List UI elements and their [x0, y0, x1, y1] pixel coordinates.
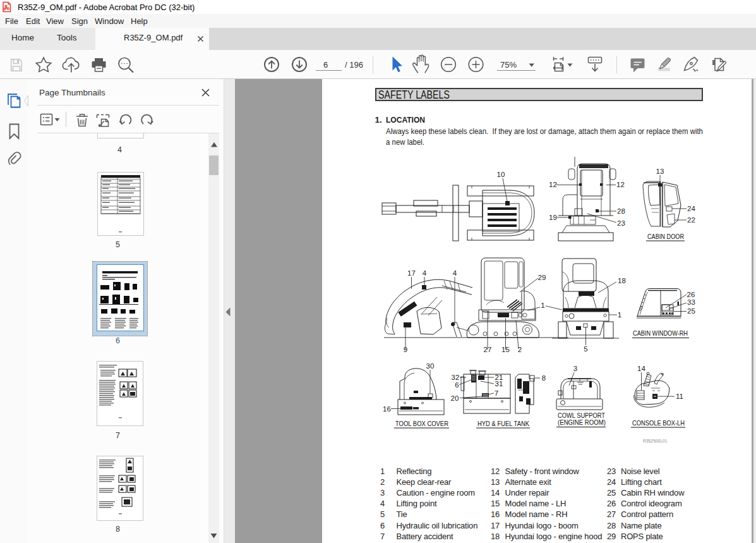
- svg-text:27: 27: [607, 509, 616, 519]
- svg-text:14: 14: [491, 488, 500, 497]
- svg-text:25: 25: [687, 307, 695, 315]
- svg-text:Safety - front window: Safety - front window: [505, 467, 580, 476]
- svg-text:30: 30: [426, 362, 435, 370]
- svg-text:R35Z90SL01: R35Z90SL01: [643, 439, 668, 443]
- svg-text:24: 24: [607, 477, 616, 487]
- svg-text:29: 29: [607, 532, 616, 541]
- svg-text:Model name - LH: Model name - LH: [505, 499, 567, 508]
- svg-text:4: 4: [380, 499, 385, 508]
- svg-text:Under repair: Under repair: [505, 488, 550, 497]
- svg-text:16: 16: [491, 509, 500, 519]
- svg-text:Keep clear-rear: Keep clear-rear: [397, 477, 452, 487]
- svg-text:Lifting chart: Lifting chart: [621, 477, 662, 487]
- svg-text:18: 18: [491, 532, 500, 541]
- svg-text:26: 26: [687, 291, 695, 298]
- svg-text:7: 7: [380, 532, 385, 541]
- svg-text:HYD & FUEL TANK: HYD & FUEL TANK: [477, 420, 529, 427]
- svg-text:CABIN WINDOW-RH: CABIN WINDOW-RH: [633, 329, 688, 337]
- svg-text:13: 13: [656, 168, 664, 175]
- svg-text:32: 32: [452, 374, 460, 381]
- svg-text:(ENGINE ROOM): (ENGINE ROOM): [558, 418, 606, 426]
- svg-text:Reflecting: Reflecting: [397, 467, 432, 476]
- svg-text:LOCATION: LOCATION: [386, 115, 425, 125]
- svg-text:16: 16: [383, 405, 391, 413]
- svg-text:18: 18: [618, 277, 626, 284]
- svg-text:19: 19: [549, 214, 557, 221]
- svg-text:TOOL BOX COVER: TOOL BOX COVER: [395, 420, 448, 427]
- svg-text:Hydraulic oil lubrication: Hydraulic oil lubrication: [397, 521, 478, 530]
- svg-text:Control ideogram: Control ideogram: [621, 499, 682, 508]
- svg-text:23: 23: [617, 219, 625, 227]
- svg-text:17: 17: [407, 269, 416, 277]
- svg-text:8: 8: [542, 374, 546, 382]
- svg-text:17: 17: [491, 521, 500, 530]
- svg-text:28: 28: [617, 207, 625, 215]
- svg-text:13: 13: [491, 477, 500, 487]
- svg-text:6: 6: [380, 521, 385, 530]
- svg-text:11: 11: [676, 393, 683, 400]
- svg-text:14: 14: [637, 365, 645, 372]
- svg-text:12: 12: [491, 467, 500, 476]
- svg-text:4: 4: [453, 269, 457, 277]
- svg-text:Hyundai logo - boom: Hyundai logo - boom: [505, 521, 579, 530]
- svg-text:22: 22: [687, 216, 695, 224]
- svg-text:29: 29: [538, 274, 546, 281]
- svg-text:31: 31: [495, 380, 503, 387]
- svg-text:1: 1: [541, 302, 544, 309]
- svg-text:Noise level: Noise level: [621, 467, 660, 476]
- svg-text:26: 26: [607, 499, 616, 508]
- svg-text:12: 12: [616, 181, 625, 188]
- svg-text:Tie: Tie: [397, 509, 407, 519]
- svg-text:2: 2: [380, 477, 385, 487]
- svg-text:12: 12: [549, 181, 557, 188]
- svg-text:23: 23: [607, 467, 616, 476]
- svg-text:24: 24: [687, 205, 695, 212]
- svg-text:Cabin RH window: Cabin RH window: [621, 488, 685, 497]
- svg-text:5: 5: [584, 345, 587, 353]
- svg-text:7: 7: [495, 389, 498, 397]
- svg-text:Hyundai logo - engine hood: Hyundai logo - engine hood: [505, 532, 603, 541]
- svg-text:3: 3: [380, 488, 385, 497]
- svg-text:Always keep these labels clean: Always keep these labels clean. If they …: [386, 126, 703, 136]
- svg-text:Lifting point: Lifting point: [397, 499, 437, 508]
- svg-text:ROPS plate: ROPS plate: [621, 532, 663, 541]
- svg-text:Alternate exit: Alternate exit: [505, 477, 552, 487]
- svg-text:5: 5: [380, 509, 385, 519]
- svg-text:SAFETY LABELS: SAFETY LABELS: [378, 88, 450, 101]
- svg-text:20: 20: [451, 394, 459, 402]
- svg-text:25: 25: [607, 488, 616, 497]
- svg-text:3: 3: [573, 365, 577, 372]
- svg-text:Battery accident: Battery accident: [397, 532, 454, 541]
- svg-text:Model name - RH: Model name - RH: [505, 509, 568, 519]
- svg-text:a new label.: a new label.: [386, 137, 424, 147]
- svg-text:4: 4: [423, 269, 427, 277]
- svg-text:Name plate: Name plate: [621, 521, 661, 530]
- svg-text:Control pattern: Control pattern: [621, 509, 673, 519]
- svg-text:28: 28: [607, 521, 616, 530]
- svg-text:CABIN DOOR: CABIN DOOR: [647, 233, 684, 240]
- svg-text:1: 1: [380, 467, 385, 476]
- svg-text:10: 10: [497, 171, 505, 178]
- svg-text:33: 33: [687, 298, 695, 306]
- svg-text:6: 6: [455, 381, 459, 389]
- svg-text:1.: 1.: [375, 115, 382, 125]
- svg-text:CONSOLE BOX-LH: CONSOLE BOX-LH: [632, 419, 685, 427]
- svg-text:1: 1: [618, 311, 621, 319]
- svg-text:Caution - engine room: Caution - engine room: [397, 488, 475, 497]
- svg-text:15: 15: [491, 499, 500, 508]
